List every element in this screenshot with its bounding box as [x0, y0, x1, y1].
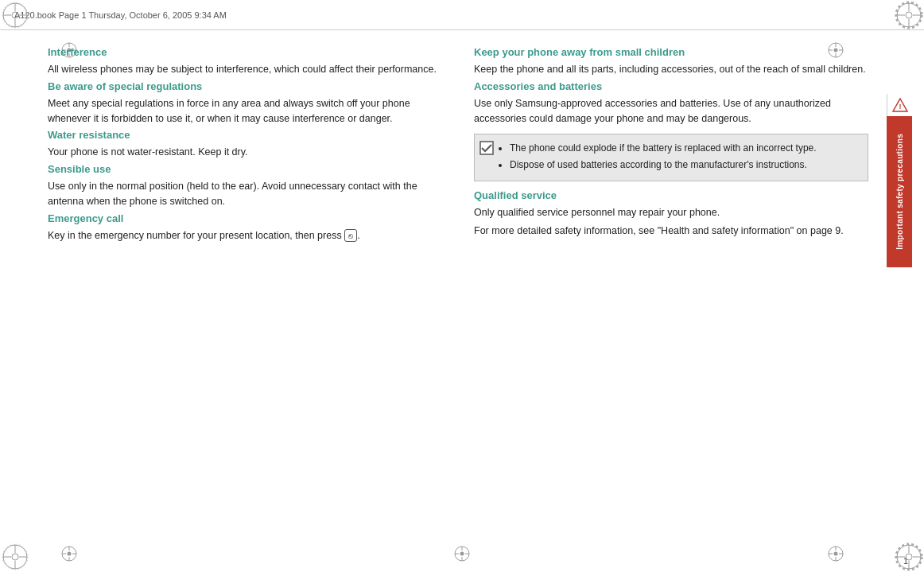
water-resistance-body: Your phone is not water-resistant. Keep … — [48, 145, 442, 160]
svg-point-53 — [460, 552, 464, 556]
warning-box: The phone could explode if the battery i… — [474, 134, 868, 181]
accessories-batteries-body: Use only Samsung-approved accessories an… — [474, 96, 868, 126]
section-sensible-use: Sensible use Use only in the normal posi… — [48, 163, 442, 209]
warning-item-1: The phone could explode if the battery i… — [510, 141, 860, 155]
warning-list: The phone could explode if the battery i… — [499, 141, 860, 172]
left-column: Interference All wireless phones may be … — [48, 46, 442, 540]
side-tab-label: Important safety precautions — [895, 134, 904, 250]
page-content: Interference All wireless phones may be … — [40, 30, 876, 548]
more-info-body: For more detailed safety information, se… — [474, 224, 868, 239]
corner-mark-tl — [0, 0, 30, 30]
sensible-use-heading: Sensible use — [48, 163, 442, 175]
side-tab-warning-icon: ! — [887, 94, 912, 116]
section-be-aware: Be aware of special regulations Meet any… — [48, 80, 442, 126]
interference-heading: Interference — [48, 46, 442, 58]
section-interference: Interference All wireless phones may be … — [48, 46, 442, 77]
svg-point-41 — [68, 552, 72, 556]
page-number: 1 — [903, 556, 908, 566]
header-text: A120.book Page 1 Thursday, October 6, 20… — [14, 10, 227, 20]
sensible-use-body: Use only in the normal position (held to… — [48, 179, 442, 209]
right-column: Keep your phone away from small children… — [474, 46, 868, 540]
svg-point-8 — [906, 12, 912, 18]
two-columns: Interference All wireless phones may be … — [40, 30, 876, 548]
qualified-service-body: Only qualified service personnel may rep… — [474, 205, 868, 220]
warning-checkbox-icon — [479, 141, 494, 155]
section-qualified-service: Qualified service Only qualified service… — [474, 189, 868, 220]
interference-body: All wireless phones may be subject to in… — [48, 62, 442, 77]
side-tab: Important safety precautions — [887, 116, 912, 267]
svg-point-47 — [834, 552, 838, 556]
emergency-call-body: Key in the emergency number for your pre… — [48, 228, 442, 243]
section-keep-away: Keep your phone away from small children… — [474, 46, 868, 77]
corner-mark-br — [894, 542, 924, 572]
qualified-service-heading: Qualified service — [474, 189, 868, 201]
section-more-info: For more detailed safety information, se… — [474, 224, 868, 239]
svg-text:!: ! — [899, 103, 901, 111]
water-resistance-heading: Water resistance — [48, 129, 442, 141]
be-aware-heading: Be aware of special regulations — [48, 80, 442, 92]
svg-point-1 — [12, 12, 18, 18]
section-accessories-batteries: Accessories and batteries Use only Samsu… — [474, 80, 868, 126]
warning-item-2: Dispose of used batteries according to t… — [510, 158, 860, 172]
corner-mark-bl — [0, 542, 30, 572]
section-water-resistance: Water resistance Your phone is not water… — [48, 129, 442, 160]
side-tab-container: ! Important safety precautions — [887, 94, 912, 267]
keep-away-heading: Keep your phone away from small children — [474, 46, 868, 58]
section-emergency-call: Emergency call Key in the emergency numb… — [48, 212, 442, 243]
accessories-batteries-heading: Accessories and batteries — [474, 80, 868, 92]
emergency-call-heading: Emergency call — [48, 212, 442, 224]
header-bar: A120.book Page 1 Thursday, October 6, 20… — [0, 0, 924, 30]
corner-mark-tr — [894, 0, 924, 30]
keep-away-body: Keep the phone and all its parts, includ… — [474, 62, 868, 77]
be-aware-body: Meet any special regulations in force in… — [48, 96, 442, 126]
svg-point-15 — [12, 554, 18, 560]
